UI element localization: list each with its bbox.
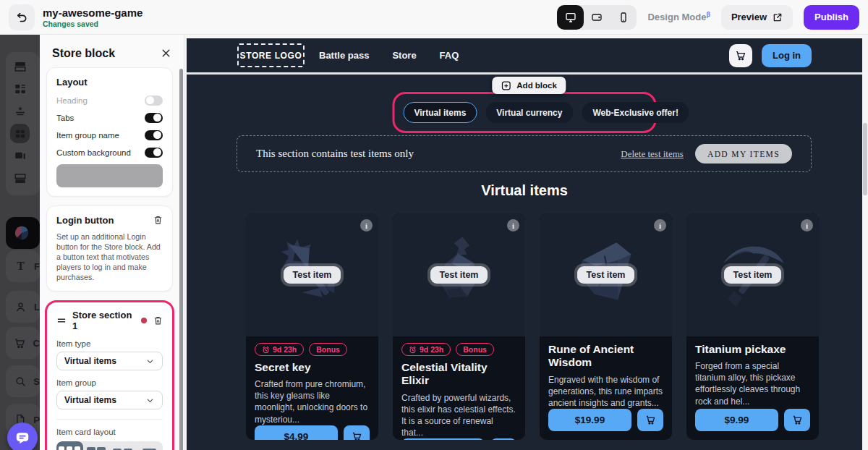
product-card-rune[interactable]: Test item Rune of Ancient Wisdom Engrave…	[540, 213, 672, 440]
design-mode-text: Design Mode	[647, 12, 706, 23]
nav-link-store[interactable]: Store	[392, 50, 416, 61]
buy-price-button[interactable]: $2.99	[401, 438, 485, 440]
log-in-button[interactable]: Log in	[762, 44, 812, 67]
drag-handle-icon[interactable]	[56, 316, 67, 325]
sidebar-item-seo[interactable]: S	[6, 365, 40, 397]
add-to-cart-button[interactable]	[784, 409, 810, 431]
site-logo-tile[interactable]	[6, 217, 40, 249]
trash-icon[interactable]	[153, 315, 163, 326]
device-preview-switcher	[557, 5, 637, 30]
sidebar-label-fragment: S	[33, 376, 40, 387]
trash-icon[interactable]	[153, 215, 163, 226]
alarm-clock-icon	[409, 346, 417, 354]
layout-thumb-bar	[59, 446, 64, 450]
add-block-button[interactable]: Add block	[492, 77, 566, 94]
heading-toggle[interactable]	[145, 95, 163, 106]
cart-button[interactable]	[729, 44, 752, 67]
add-to-cart-button[interactable]	[637, 409, 663, 431]
panel-scrollbar[interactable]	[179, 69, 183, 450]
block-icon-group	[6, 52, 40, 195]
cart-icon	[352, 431, 362, 440]
product-card-elixir[interactable]: Test item 9d 23h Bonus Celestial Vitalit…	[393, 213, 525, 440]
info-icon[interactable]	[654, 219, 666, 232]
login-card-description: Set up an additional Login button for th…	[56, 232, 163, 282]
layout-thumb-bar	[75, 446, 80, 450]
chevron-down-icon	[145, 357, 155, 366]
layout-option-one[interactable]	[136, 441, 163, 450]
save-status: Changes saved	[43, 20, 142, 28]
tablet-view-button[interactable]	[584, 5, 610, 30]
item-group-label: Item group	[56, 378, 163, 387]
info-icon[interactable]	[360, 219, 373, 232]
plus-square-icon	[501, 80, 511, 91]
close-icon[interactable]	[159, 47, 172, 60]
product-card-pickaxe[interactable]: Test item Titanium pickaxe Forged from a…	[686, 213, 819, 440]
support-chat-button[interactable]	[7, 423, 38, 450]
product-card-secret-key[interactable]: Test item 9d 23h Bonus Secret key Crafte…	[246, 213, 378, 440]
store-block-icon-selected[interactable]	[13, 127, 27, 140]
background-color-swatch[interactable]	[56, 164, 163, 187]
section-card-header: Store section 1	[56, 310, 163, 331]
tab-virtual-items[interactable]: Virtual items	[404, 102, 477, 123]
item-type-select[interactable]: Virtual items	[56, 352, 163, 370]
nav-link-faq[interactable]: FAQ	[440, 50, 459, 61]
tabs-toggle[interactable]	[145, 113, 163, 123]
item-group-name-toggle[interactable]	[145, 130, 163, 140]
delete-test-items-link[interactable]: Delete test items	[621, 148, 684, 160]
topbar-actions: Design Modeβ Preview Publish	[557, 5, 859, 30]
product-description: Engraved with the wisdom of generations,…	[548, 374, 663, 409]
timer-badge: 9d 23h	[255, 343, 304, 356]
layout-thumb-grid	[87, 447, 106, 450]
buy-price-button[interactable]: $4.99	[255, 425, 338, 440]
custom-background-toggle[interactable]	[145, 148, 163, 158]
publish-button[interactable]: Publish	[804, 5, 859, 30]
heading-toggle-row: Heading	[56, 95, 163, 106]
tab-virtual-currency[interactable]: Virtual currency	[485, 102, 573, 123]
add-to-cart-button[interactable]	[490, 438, 516, 440]
main-scrollbar-track[interactable]	[862, 35, 868, 450]
custom-background-toggle-row: Custom background	[56, 147, 163, 158]
bonus-badge: Bonus	[309, 343, 347, 356]
product-title: Rune of Ancient Wisdom	[548, 343, 663, 370]
layout-option-two[interactable]	[110, 441, 137, 450]
media-block-icon[interactable]	[13, 149, 27, 163]
item-group-select[interactable]: Virtual items	[56, 391, 163, 409]
timer-value: 9d 23h	[420, 345, 443, 354]
preview-button[interactable]: Preview	[721, 5, 793, 30]
store-block-panel: Store block Layout Heading Tabs Item gro…	[40, 35, 184, 450]
customize-block-icon[interactable]	[13, 104, 27, 118]
nav-link-battle-pass[interactable]: Battle pass	[319, 50, 369, 61]
store-logo-placeholder[interactable]: STORE LOGO	[237, 43, 305, 67]
add-to-cart-button[interactable]	[344, 425, 370, 440]
desktop-view-button[interactable]	[557, 5, 584, 30]
test-item-badge: Test item	[577, 266, 635, 284]
undo-button[interactable]	[9, 4, 35, 30]
product-title: Titanium pickaxe	[695, 343, 810, 356]
item-group-value: Virtual items	[64, 395, 116, 405]
sidebar-item-checkout[interactable]: C	[6, 327, 40, 359]
panel-header: Store block	[40, 35, 184, 67]
tab-web-exclusive-offer[interactable]: Web-Exclusive offer!	[582, 102, 689, 123]
test-items-banner: This section contains test items only De…	[237, 135, 812, 172]
typography-icon: T	[14, 260, 27, 273]
sidebar-item-fonts[interactable]: T F	[6, 250, 40, 282]
timer-badge: 9d 23h	[401, 343, 451, 356]
sidebar-item-login[interactable]: L	[6, 291, 40, 323]
sidebar-label-fragment: C	[33, 338, 40, 349]
mobile-view-button[interactable]	[610, 5, 637, 30]
layout-option-columns-selected[interactable]	[56, 441, 83, 450]
main-scrollbar-thumb[interactable]	[863, 123, 867, 195]
info-icon[interactable]	[801, 219, 813, 232]
info-icon[interactable]	[507, 219, 519, 232]
content-blocks-icon[interactable]	[13, 82, 27, 95]
footer-block-icon[interactable]	[13, 171, 27, 185]
add-my-items-button[interactable]: ADD MY ITEMS	[695, 144, 792, 164]
virtual-items-heading: Virtual items	[187, 182, 862, 199]
preview-label: Preview	[731, 12, 767, 22]
layout-option-grid[interactable]	[83, 441, 110, 450]
buy-price-button[interactable]: $9.99	[695, 409, 778, 431]
product-title: Celestial Vitality Elixir	[401, 361, 516, 388]
buy-price-button[interactable]: $19.99	[548, 409, 631, 431]
product-cards-row: Test item 9d 23h Bonus Secret key Crafte…	[246, 213, 819, 440]
header-block-icon[interactable]	[13, 59, 27, 73]
